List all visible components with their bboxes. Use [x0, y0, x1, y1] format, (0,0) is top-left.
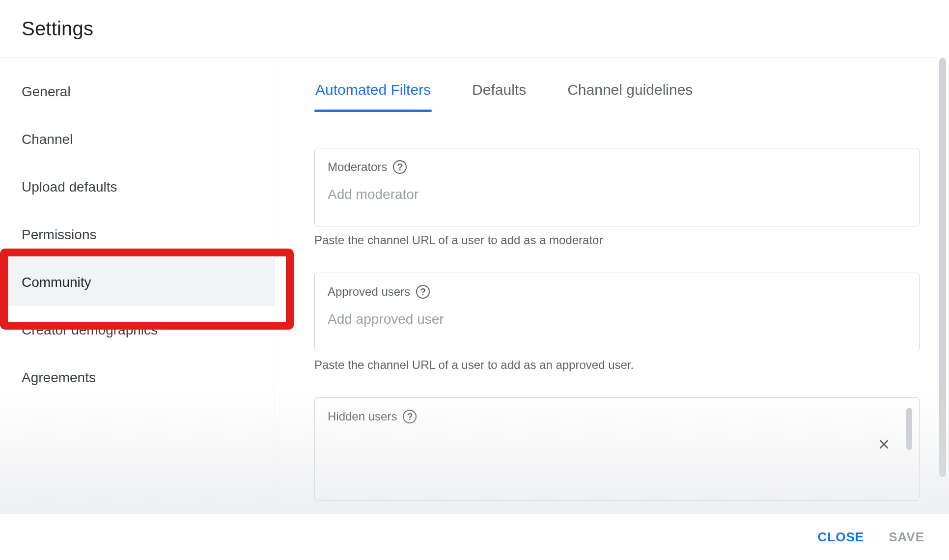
page-title: Settings [22, 18, 93, 39]
content-scrollbar[interactable] [939, 58, 946, 477]
help-icon[interactable]: ? [416, 285, 430, 299]
hidden-field-scrollbar[interactable] [906, 408, 912, 450]
tab-defaults[interactable]: Defaults [471, 77, 527, 111]
approved-block: Approved users ? Add approved user Paste… [314, 273, 920, 372]
sidebar-item-permissions[interactable]: Permissions [0, 211, 275, 258]
hidden-block: Hidden users ? × [314, 397, 920, 501]
approved-helper: Paste the channel URL of a user to add a… [314, 358, 920, 372]
sidebar-item-agreements[interactable]: Agreements [0, 354, 275, 401]
sidebar-item-label: Creator demographics [22, 322, 158, 338]
sidebar-item-general[interactable]: General [0, 68, 275, 115]
approved-label-row: Approved users ? [328, 285, 906, 299]
moderators-placeholder: Add moderator [328, 187, 906, 202]
tab-label: Automated Filters [315, 82, 431, 98]
sidebar-item-creator-demographics[interactable]: Creator demographics [0, 306, 275, 354]
sidebar-item-channel[interactable]: Channel [0, 115, 275, 163]
settings-content: Automated Filters Defaults Channel guide… [275, 58, 949, 513]
help-icon[interactable]: ? [403, 410, 417, 423]
moderators-label: Moderators [328, 160, 387, 174]
dialog-footer: CLOSE SAVE [0, 513, 949, 560]
tab-automated-filters[interactable]: Automated Filters [314, 77, 432, 111]
moderators-field[interactable]: Moderators ? Add moderator [314, 148, 920, 226]
moderators-block: Moderators ? Add moderator Paste the cha… [314, 148, 920, 247]
moderators-helper: Paste the channel URL of a user to add a… [314, 233, 920, 247]
sidebar-item-label: Community [22, 275, 91, 290]
sidebar-item-label: General [22, 84, 71, 100]
tab-label: Channel guidelines [567, 82, 693, 98]
approved-field[interactable]: Approved users ? Add approved user [314, 273, 920, 351]
dialog-header: Settings [0, 0, 949, 58]
close-button[interactable]: CLOSE [818, 530, 865, 545]
sidebar-item-upload-defaults[interactable]: Upload defaults [0, 163, 275, 211]
sidebar-item-community[interactable]: Community [0, 258, 275, 306]
hidden-field[interactable]: Hidden users ? × [314, 397, 920, 501]
approved-label: Approved users [328, 285, 410, 299]
sidebar-item-label: Permissions [22, 227, 96, 243]
tab-label: Defaults [472, 82, 526, 98]
hidden-label-row: Hidden users ? [328, 410, 906, 423]
sidebar-item-label: Agreements [22, 370, 96, 386]
settings-dialog: Settings General Channel Upload defaults… [0, 0, 949, 560]
remove-chip-icon[interactable]: × [878, 433, 890, 455]
sidebar-item-label: Upload defaults [22, 179, 117, 195]
hidden-label: Hidden users [328, 410, 397, 423]
settings-sidebar: General Channel Upload defaults Permissi… [0, 58, 275, 513]
help-icon[interactable]: ? [393, 160, 407, 174]
community-tabs: Automated Filters Defaults Channel guide… [314, 58, 920, 122]
moderators-label-row: Moderators ? [328, 160, 906, 174]
dialog-body: General Channel Upload defaults Permissi… [0, 58, 949, 513]
tab-channel-guidelines[interactable]: Channel guidelines [566, 77, 694, 111]
sidebar-item-label: Channel [22, 132, 73, 147]
approved-placeholder: Add approved user [328, 311, 906, 327]
hidden-placeholder [328, 436, 906, 466]
save-button[interactable]: SAVE [889, 530, 924, 545]
